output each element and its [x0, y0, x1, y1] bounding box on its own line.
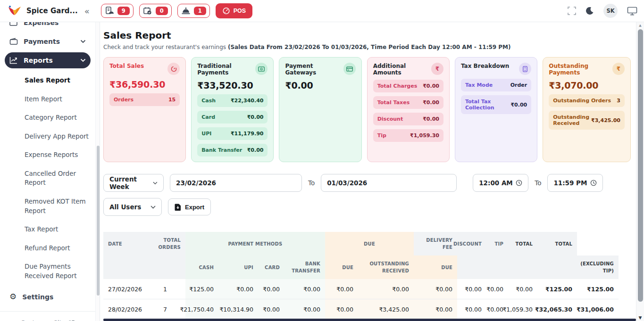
pos-button[interactable]: POS: [216, 3, 252, 18]
cloche-icon: [181, 7, 191, 15]
collapse-sidebar-icon[interactable]: «: [84, 6, 90, 16]
cell-total-2: ₹32,065.30: [537, 299, 577, 320]
cell-delivery-due: ₹0.00: [414, 279, 457, 299]
card-row: Outstanding Received₹3,425.00: [549, 111, 625, 130]
date-to-input[interactable]: [327, 179, 451, 187]
card-additional-amounts: Additional Amounts ₹ Total Charges₹0.00 …: [367, 57, 450, 162]
reservations-badge-button[interactable]: 0: [139, 4, 172, 18]
cell-total-orders: 1: [145, 279, 185, 299]
export-button-label: Export: [185, 204, 204, 211]
export-download-icon: [175, 204, 181, 211]
chevron-down-icon: [151, 206, 156, 209]
sidebar-subitem-category-report[interactable]: Category Report: [0, 108, 95, 127]
cell-outstanding-received: ₹0.00: [358, 279, 414, 299]
card-title: Additional Amounts: [373, 63, 431, 76]
clock-icon: [590, 180, 597, 186]
main-content: Sales Report Check and track your restau…: [100, 22, 636, 321]
fullscreen-icon[interactable]: [568, 7, 576, 15]
card-row: Cash₹22,340.40: [197, 94, 268, 107]
card-outstanding-payments: Outstanding Payments ₹ ₹3,070.00 Outstan…: [543, 57, 631, 162]
cell-upi: ₹0.00: [218, 279, 258, 299]
date-to-input-wrap: [321, 174, 457, 192]
cell-due: ₹0.00: [325, 299, 358, 320]
page-scrollbar[interactable]: ▲ ▼: [636, 22, 644, 321]
cell-upi: ₹10,314.90: [218, 299, 258, 320]
cell-total-excluding-tip: ₹125.00: [577, 279, 619, 299]
to-label: To: [535, 179, 541, 187]
customer-site-link[interactable]: Customer Site: [0, 312, 95, 321]
cell-total: ₹1,059.30: [508, 299, 537, 320]
subheader-empty: [486, 255, 508, 279]
sidebar-scrollbar[interactable]: [95, 22, 100, 321]
export-button[interactable]: Export: [168, 198, 211, 215]
card-row: Tip₹1,059.30: [373, 129, 443, 142]
sidebar-item-payments[interactable]: Payments: [5, 33, 91, 49]
sidebar-subitem-tax-report[interactable]: Tax Report: [0, 220, 95, 239]
orders-badge-button[interactable]: 1: [177, 4, 210, 18]
col-header-excluding-tip: (EXCLUDING TIP): [577, 255, 619, 279]
card-value: ₹3,070.00: [549, 80, 625, 91]
cell-cash: ₹125.00: [185, 279, 218, 299]
cell-total-orders: 7: [145, 299, 185, 320]
users-select[interactable]: All Users: [103, 198, 162, 216]
sidebar-item-reports[interactable]: Reports: [5, 52, 91, 68]
card-row: Total Taxes₹0.00: [373, 96, 443, 109]
sidebar-subitem-delivery-app-report[interactable]: Delivery App Report: [0, 127, 95, 146]
scroll-down-icon[interactable]: ▼: [636, 314, 644, 321]
tax-receipt-icon: [519, 63, 531, 75]
sidebar-subitem-cancelled-order-report[interactable]: Cancelled Order Report: [0, 165, 95, 192]
sidebar-scrollbar-thumb[interactable]: [97, 146, 100, 296]
sidebar-subitem-refund-report[interactable]: Refund Report: [0, 239, 95, 258]
card-total-sales: Total Sales ₹36,590.30 Orders 15: [103, 57, 186, 162]
orders-count-badge: 1: [194, 7, 206, 15]
page-scrollbar-thumb[interactable]: [638, 29, 643, 302]
time-from-input[interactable]: 12:00 AM: [473, 174, 528, 192]
sidebar-item-label: Settings: [22, 293, 53, 301]
date-range-select[interactable]: Current Week: [103, 174, 164, 192]
cell-due: ₹0.00: [325, 279, 358, 299]
col-header-tip: TIP: [486, 232, 508, 255]
bills-count-badge: 9: [117, 7, 130, 15]
bills-badge-button[interactable]: 9: [101, 4, 134, 18]
date-from-input[interactable]: [176, 179, 296, 187]
clock-icon: [516, 180, 522, 186]
time-to-input[interactable]: 11:59 PM: [547, 174, 603, 192]
cell-discount: ₹0.00: [457, 299, 486, 320]
cell-total: ₹0.00: [508, 279, 537, 299]
cell-bank-transfer: ₹0.00: [284, 279, 325, 299]
table-header: DATE TOTAL ORDERS PAYMENT METHODS DUE DE…: [103, 232, 631, 321]
summary-cards: Total Sales ₹36,590.30 Orders 15 Traditi…: [103, 57, 631, 162]
sidebar-subitem-item-report[interactable]: Item Report: [0, 90, 95, 109]
subheader-empty: [457, 255, 486, 279]
col-header-delivery-due: DUE: [414, 255, 457, 279]
dark-mode-moon-icon[interactable]: [585, 7, 594, 15]
group-header-due: DUE: [325, 232, 414, 255]
bill-icon: [105, 7, 114, 15]
card-payment-gateways: Payment Gateways ₹0.00: [279, 57, 361, 162]
sidebar-subitem-removed-kot-item-report[interactable]: Removed KOT Item Report: [0, 192, 95, 220]
gauge-icon: [222, 7, 230, 15]
sidebar-subitem-due-payments-received-report[interactable]: Due Payments Received Report: [0, 257, 95, 285]
sidebar-subitem-expense-reports[interactable]: Expense Reports: [0, 146, 95, 165]
card-title: Tax Breakdown: [461, 63, 509, 69]
subheader-empty: [103, 255, 145, 279]
sidebar-item-label: Expenses: [24, 22, 59, 26]
subheader-empty: [537, 255, 577, 279]
table-horizontal-scrollbar-thumb[interactable]: [103, 319, 636, 321]
sidebar-subitem-sales-report[interactable]: Sales Report: [0, 71, 95, 90]
sidebar: Expenses Payments Reports Sales Report I…: [0, 22, 95, 321]
sidebar-item-expenses[interactable]: Expenses: [5, 22, 91, 31]
top-bar: Spice Gard... « 9 0 1: [0, 0, 644, 22]
to-label: To: [308, 179, 315, 187]
card-title: Payment Gateways: [285, 63, 343, 76]
cell-total-excluding-tip: ₹31,006.00: [577, 299, 619, 320]
display-icon[interactable]: [627, 7, 637, 16]
col-header-total: TOTAL: [508, 232, 537, 255]
pos-button-label: POS: [234, 8, 246, 14]
col-header-upi: UPI: [218, 255, 258, 279]
sidebar-item-settings[interactable]: ⚙ Settings: [0, 287, 95, 306]
sidebar-item-label: Payments: [24, 38, 60, 45]
user-avatar[interactable]: SK: [603, 4, 618, 18]
scroll-up-icon[interactable]: ▲: [636, 22, 644, 29]
card-row: Discount₹0.00: [373, 113, 443, 125]
